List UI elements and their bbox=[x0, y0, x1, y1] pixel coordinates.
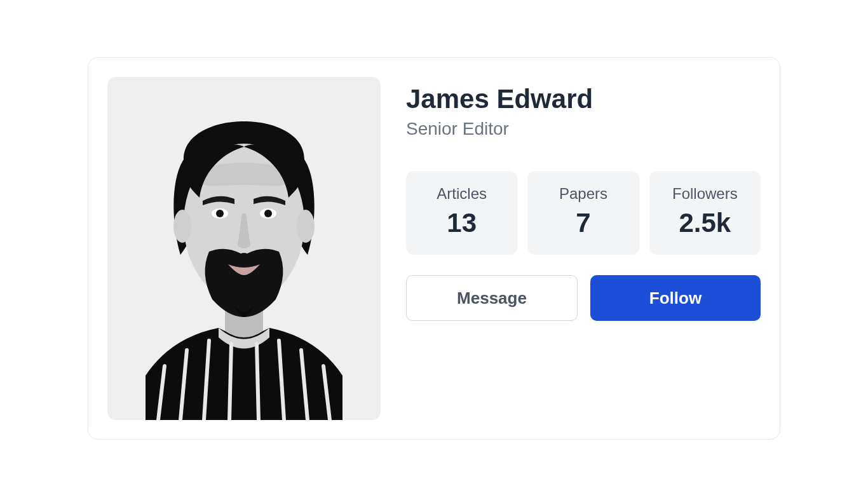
svg-line-12 bbox=[229, 344, 231, 420]
stat-value: 7 bbox=[534, 208, 632, 238]
profile-role: Senior Editor bbox=[406, 119, 761, 139]
actions-row: Message Follow bbox=[406, 275, 761, 321]
avatar bbox=[107, 77, 381, 420]
stat-articles: Articles 13 bbox=[406, 171, 517, 255]
svg-point-7 bbox=[173, 210, 191, 243]
follow-button[interactable]: Follow bbox=[590, 275, 761, 321]
stats-row: Articles 13 Papers 7 Followers 2.5k bbox=[406, 171, 761, 255]
svg-line-13 bbox=[257, 344, 259, 420]
stat-label: Followers bbox=[656, 185, 754, 203]
svg-point-5 bbox=[216, 210, 224, 217]
svg-point-6 bbox=[264, 210, 272, 217]
stat-label: Papers bbox=[534, 185, 632, 203]
profile-info: James Edward Senior Editor Articles 13 P… bbox=[406, 77, 761, 420]
stat-value: 13 bbox=[412, 208, 511, 238]
stat-papers: Papers 7 bbox=[527, 171, 639, 255]
stat-followers: Followers 2.5k bbox=[649, 171, 761, 255]
message-button[interactable]: Message bbox=[406, 275, 578, 321]
profile-name: James Edward bbox=[406, 83, 761, 115]
stat-value: 2.5k bbox=[656, 208, 754, 238]
avatar-image bbox=[107, 77, 381, 420]
stat-label: Articles bbox=[412, 185, 511, 203]
profile-card: James Edward Senior Editor Articles 13 P… bbox=[88, 57, 780, 440]
svg-point-8 bbox=[297, 210, 315, 243]
